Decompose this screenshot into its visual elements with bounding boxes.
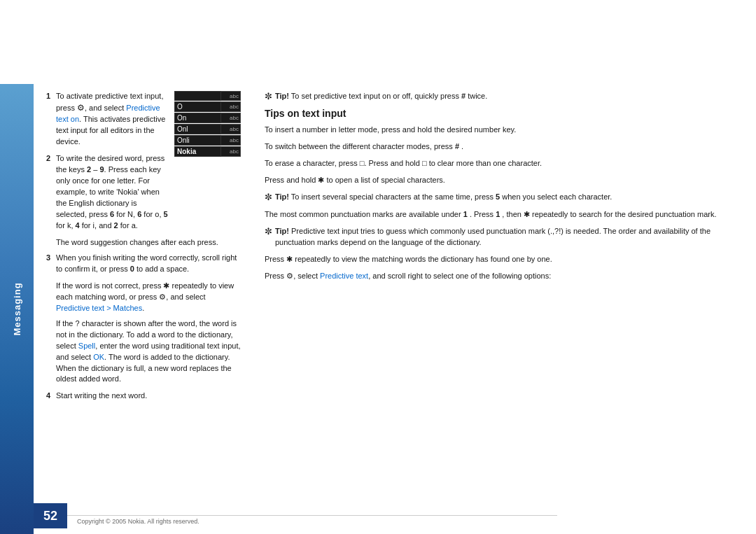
tip-section-6: Press ✱ repeatedly to view the matching … — [265, 254, 735, 265]
screen-row-1: O abc — [174, 101, 241, 112]
screen-row-2: On abc — [174, 113, 241, 123]
step-4-content: Start writing the next word. — [56, 391, 147, 402]
screen-cell-2-left: On — [174, 113, 221, 123]
key-o: 6 — [137, 210, 141, 218]
screen-cell-3-right: abc — [221, 124, 241, 134]
screen-cell-0-right: abc — [221, 91, 241, 101]
screen-cell-2-right: abc — [221, 113, 241, 123]
spell-link[interactable]: Spell — [78, 342, 95, 350]
step-2-number: 2 — [46, 153, 56, 232]
screen-cell-4-right: abc — [221, 135, 241, 146]
settings-icon-3b: ⚙ — [159, 293, 166, 301]
two-columns: abc O abc On abc — [34, 84, 756, 498]
settings-icon-1: ⚙ — [77, 103, 85, 113]
bottom-bar: 52 Copyright © 2005 Nokia. All rights re… — [34, 498, 756, 534]
tip-punctuation: ✼ Tip! Predictive text input tries to gu… — [265, 226, 735, 248]
step-4: 4 Start writing the next word. — [46, 391, 241, 402]
step-2-content: To write the desired word, press the key… — [56, 153, 169, 232]
tip-icon-special: ✼ — [265, 191, 272, 204]
word-suggestion-note: The word suggestion changes after each p… — [46, 237, 241, 248]
settings-icon-right: ⚙ — [286, 272, 293, 280]
screen-row-4: Onli abc — [174, 135, 241, 146]
step-4-number: 4 — [46, 391, 56, 402]
key-k: 5 — [164, 210, 168, 218]
screen-cell-1-left: O — [174, 101, 221, 112]
screen-row-0: abc — [174, 91, 241, 101]
key-0: 0 — [130, 265, 134, 273]
key-i: 4 — [76, 221, 80, 230]
tips-title: Tips on text input — [265, 108, 735, 119]
tip-quickly-text: Tip! To set predictive text input on or … — [275, 91, 487, 102]
right-column: ✼ Tip! To set predictive text input on o… — [251, 84, 756, 498]
copyright-text: Copyright © 2005 Nokia. All rights reser… — [67, 516, 557, 526]
tip-section-3: To erase a character, press □. Press and… — [265, 158, 735, 169]
key-n: 6 — [110, 210, 114, 218]
tip-special-chars: ✼ Tip! To insert several special charact… — [265, 192, 735, 204]
content-area: abc O abc On abc — [34, 84, 756, 534]
sidebar: Messaging — [0, 84, 34, 534]
key-2: 2 — [87, 165, 91, 174]
step-3c: If the ? character is shown after the wo… — [46, 318, 241, 386]
step-1-content: To activate predictive text input, press… — [56, 91, 169, 148]
key-1-b: 1 — [496, 210, 500, 218]
screen-row-5: Nokia abc — [174, 146, 241, 157]
screen-cell-0-left — [174, 91, 221, 101]
tip-section-2: To switch between the different characte… — [265, 141, 735, 153]
phone-screen: abc O abc On abc — [174, 91, 241, 157]
step-1: 1 To activate predictive text input, pre… — [46, 91, 169, 148]
predictive-text-link-right[interactable]: Predictive text — [320, 272, 368, 280]
screen-cell-1-right: abc — [221, 101, 241, 112]
screen-cell-3-left: Onl — [174, 124, 221, 134]
top-space — [0, 0, 756, 84]
step-2: 2 To write the desired word, press the k… — [46, 153, 169, 232]
step-3-number: 3 — [46, 253, 56, 275]
page-number-box: 52 — [34, 503, 67, 528]
tip-section-4: Press and hold ✱ to open a list of speci… — [265, 175, 735, 186]
screen-row-3: Onl abc — [174, 124, 241, 134]
predictive-text-on-link[interactable]: Predictive text on — [56, 104, 160, 123]
main-content: Messaging abc O — [0, 84, 756, 534]
tip-section-5: The most common punctuation marks are av… — [265, 209, 735, 220]
key-a: 2 — [114, 221, 118, 230]
tip-icon-quickly: ✼ — [265, 90, 272, 104]
left-column: abc O abc On abc — [34, 84, 251, 498]
tip-icon-punctuation: ✼ — [265, 225, 272, 239]
hash-key: # — [455, 142, 459, 150]
step-3b: If the word is not correct, press ✱ repe… — [46, 281, 241, 314]
tip-quickly: ✼ Tip! To set predictive text input on o… — [265, 91, 735, 104]
screen-cell-4-left: Onli — [174, 135, 221, 146]
tip-punctuation-text: Tip! Predictive text input tries to gues… — [275, 226, 735, 248]
step-3-content: When you finish writing the word correct… — [56, 253, 241, 275]
tip-section-7: Press ⚙, select Predictive text, and scr… — [265, 271, 735, 282]
key-1-mark: 1 — [463, 210, 468, 218]
tip-special-chars-text: Tip! To insert several special character… — [275, 192, 612, 203]
step-1-number: 1 — [46, 91, 56, 148]
page-number: 52 — [43, 509, 57, 524]
tip-section-1: To insert a number in letter mode, press… — [265, 125, 735, 136]
page-container: Messaging abc O — [0, 0, 756, 534]
step-3: 3 When you finish writing the word corre… — [46, 253, 241, 275]
key-9: 9 — [99, 165, 104, 174]
screen-cell-5-left: Nokia — [174, 146, 221, 157]
sidebar-label: Messaging — [12, 282, 22, 335]
screen-cell-5-right: abc — [221, 146, 241, 157]
predictive-text-matches-link[interactable]: Predictive text > Matches — [56, 304, 142, 312]
ok-link[interactable]: OK — [93, 353, 104, 361]
